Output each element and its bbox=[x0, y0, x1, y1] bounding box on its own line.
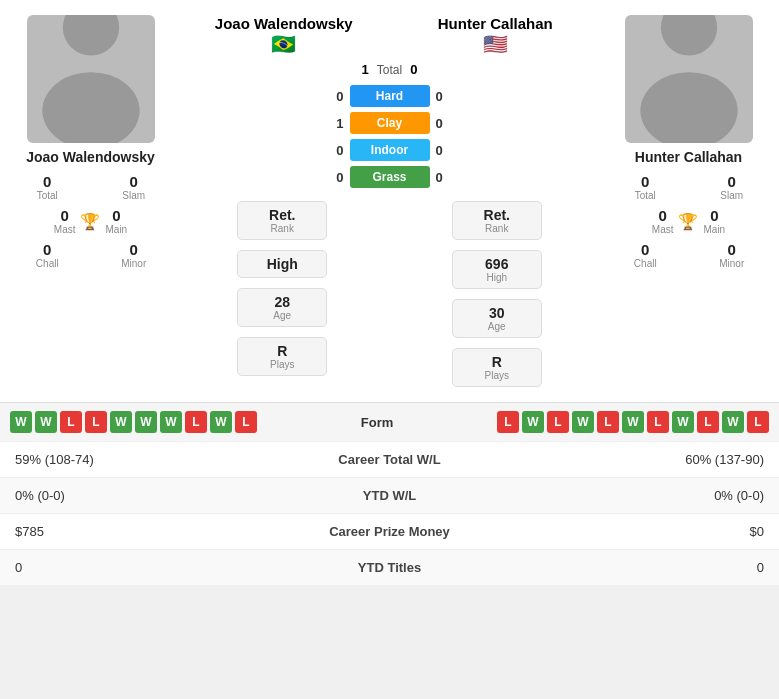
svg-point-3 bbox=[640, 73, 737, 143]
hard-button[interactable]: Hard bbox=[350, 85, 430, 107]
left-stat-chall: 0 Chall bbox=[8, 239, 87, 271]
form-section: W W L L W W W L W L Form L W L W L W L W… bbox=[0, 402, 779, 441]
right-form-l2: L bbox=[547, 411, 569, 433]
left-stat-slam: 0 Slam bbox=[95, 171, 174, 203]
career-total-label: Career Total W/L bbox=[290, 452, 490, 467]
stats-row-career-total: 59% (108-74) Career Total W/L 60% (137-9… bbox=[0, 441, 779, 477]
grass-right-count: 0 bbox=[436, 170, 458, 185]
right-form-w4: W bbox=[672, 411, 694, 433]
clay-left-count: 1 bbox=[322, 116, 344, 131]
right-player-avatar bbox=[625, 15, 753, 143]
clay-right-count: 0 bbox=[436, 116, 458, 131]
clay-button[interactable]: Clay bbox=[350, 112, 430, 134]
ytd-wl-label: YTD W/L bbox=[290, 488, 490, 503]
left-stat-main: 0 Main bbox=[105, 205, 127, 237]
left-form-w1: W bbox=[10, 411, 32, 433]
titles-left: 0 bbox=[15, 560, 290, 575]
prize-label: Career Prize Money bbox=[290, 524, 490, 539]
left-form-l4: L bbox=[235, 411, 257, 433]
right-player-stats: 0 Total 0 Slam 0 Mast 🏆 0 Main bbox=[606, 171, 771, 271]
left-player-stats: 0 Total 0 Slam 0 Mast 🏆 0 Main bbox=[8, 171, 173, 271]
left-player-name: Joao Walendowsky bbox=[26, 149, 155, 165]
right-stat-main: 0 Main bbox=[703, 205, 725, 237]
left-rank-card: Ret. Rank bbox=[237, 201, 327, 240]
right-stat-chall: 0 Chall bbox=[606, 239, 685, 271]
right-form-l3: L bbox=[597, 411, 619, 433]
total-label: Total bbox=[377, 63, 402, 77]
left-high-card: High bbox=[237, 250, 327, 278]
right-stat-mast: 0 Mast bbox=[652, 205, 674, 237]
right-high-card: 696 High bbox=[452, 250, 542, 289]
titles-right: 0 bbox=[490, 560, 765, 575]
ytd-wl-right: 0% (0-0) bbox=[490, 488, 765, 503]
right-form-l1: L bbox=[497, 411, 519, 433]
right-form-l5: L bbox=[697, 411, 719, 433]
main-container: Joao Walendowsky 0 Total 0 Slam 0 Mast 🏆 bbox=[0, 0, 779, 585]
right-form-badges: L W L W L W L W L W L bbox=[497, 411, 769, 433]
right-form-l6: L bbox=[747, 411, 769, 433]
right-stat-slam: 0 Slam bbox=[693, 171, 772, 203]
right-trophy-row: 0 Mast 🏆 0 Main bbox=[606, 203, 771, 239]
top-section: Joao Walendowsky 0 Total 0 Slam 0 Mast 🏆 bbox=[0, 0, 779, 402]
surface-row-indoor: 0 Indoor 0 bbox=[178, 139, 601, 161]
right-form-w2: W bbox=[572, 411, 594, 433]
left-form-l3: L bbox=[185, 411, 207, 433]
center-left-flag: 🇧🇷 bbox=[271, 32, 296, 56]
indoor-left-count: 0 bbox=[322, 143, 344, 158]
left-form-w4: W bbox=[135, 411, 157, 433]
center-right-name: Hunter Callahan bbox=[438, 15, 553, 32]
right-form-w1: W bbox=[522, 411, 544, 433]
left-player-card: Joao Walendowsky 0 Total 0 Slam 0 Mast 🏆 bbox=[8, 15, 173, 392]
prize-left: $785 bbox=[15, 524, 290, 539]
right-age-card: 30 Age bbox=[452, 299, 542, 338]
left-form-l1: L bbox=[60, 411, 82, 433]
svg-point-0 bbox=[62, 15, 118, 56]
right-player-name: Hunter Callahan bbox=[635, 149, 742, 165]
hard-right-count: 0 bbox=[436, 89, 458, 104]
surface-row-hard: 0 Hard 0 bbox=[178, 85, 601, 107]
left-trophy-row: 0 Mast 🏆 0 Main bbox=[8, 203, 173, 239]
left-age-card: 28 Age bbox=[237, 288, 327, 327]
form-label: Form bbox=[361, 415, 394, 430]
right-stat-minor: 0 Minor bbox=[693, 239, 772, 271]
indoor-button[interactable]: Indoor bbox=[350, 139, 430, 161]
stats-row-ytd-wl: 0% (0-0) YTD W/L 0% (0-0) bbox=[0, 477, 779, 513]
titles-label: YTD Titles bbox=[290, 560, 490, 575]
left-form-w2: W bbox=[35, 411, 57, 433]
surface-row-clay: 1 Clay 0 bbox=[178, 112, 601, 134]
stats-section: 59% (108-74) Career Total W/L 60% (137-9… bbox=[0, 441, 779, 585]
center-right-flag: 🇺🇸 bbox=[483, 32, 508, 56]
right-form-w3: W bbox=[622, 411, 644, 433]
stats-row-prize: $785 Career Prize Money $0 bbox=[0, 513, 779, 549]
left-trophy-icon: 🏆 bbox=[80, 212, 100, 231]
right-rank-card: Ret. Rank bbox=[452, 201, 542, 240]
indoor-right-count: 0 bbox=[436, 143, 458, 158]
surface-row-grass: 0 Grass 0 bbox=[178, 166, 601, 188]
right-trophy-icon: 🏆 bbox=[678, 212, 698, 231]
career-total-right: 60% (137-90) bbox=[490, 452, 765, 467]
left-stat-minor: 0 Minor bbox=[95, 239, 174, 271]
left-form-w5: W bbox=[160, 411, 182, 433]
right-form-w5: W bbox=[722, 411, 744, 433]
career-total-left: 59% (108-74) bbox=[15, 452, 290, 467]
hard-left-count: 0 bbox=[322, 89, 344, 104]
right-stat-total: 0 Total bbox=[606, 171, 685, 203]
right-player-card: Hunter Callahan 0 Total 0 Slam 0 Mast 🏆 bbox=[606, 15, 771, 392]
left-player-avatar bbox=[27, 15, 155, 143]
total-row: 1 Total 0 bbox=[178, 62, 601, 77]
center-column: Joao Walendowsky 🇧🇷 Hunter Callahan 🇺🇸 1… bbox=[178, 15, 601, 392]
right-plays-card: R Plays bbox=[452, 348, 542, 387]
left-stat-mast: 0 Mast bbox=[54, 205, 76, 237]
grass-button[interactable]: Grass bbox=[350, 166, 430, 188]
stats-row-titles: 0 YTD Titles 0 bbox=[0, 549, 779, 585]
left-form-l2: L bbox=[85, 411, 107, 433]
prize-right: $0 bbox=[490, 524, 765, 539]
ytd-wl-left: 0% (0-0) bbox=[15, 488, 290, 503]
center-left-name: Joao Walendowsky bbox=[215, 15, 353, 32]
right-form-l4: L bbox=[647, 411, 669, 433]
total-left: 1 bbox=[362, 62, 369, 77]
total-right: 0 bbox=[410, 62, 417, 77]
left-stat-total: 0 Total bbox=[8, 171, 87, 203]
left-plays-card: R Plays bbox=[237, 337, 327, 376]
grass-left-count: 0 bbox=[322, 170, 344, 185]
